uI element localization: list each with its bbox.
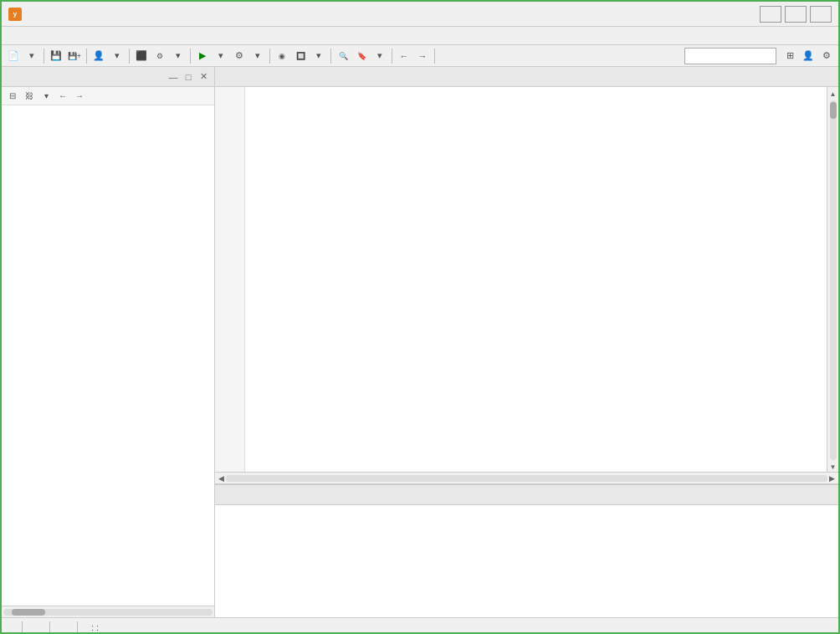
toolbar-group2[interactable]: ⚙ <box>151 48 168 64</box>
bookmark-button[interactable]: 🔖 <box>353 48 370 64</box>
maximize-button[interactable] <box>785 6 807 23</box>
vscroll-down-button[interactable]: ▼ <box>828 462 838 472</box>
minimize-button[interactable] <box>760 6 781 23</box>
toolbar-sep-3 <box>129 49 130 64</box>
profile-button[interactable]: 👤 <box>90 48 107 64</box>
editor-hscroll[interactable]: ◀ ▶ <box>215 472 838 483</box>
package-explorer: — □ ✕ ⊟ ⛓ ▾ ← → <box>2 67 215 617</box>
run-dropdown[interactable]: ▾ <box>213 48 229 64</box>
quick-access-input[interactable] <box>684 48 776 64</box>
status-sep-3 <box>77 621 78 633</box>
new-button[interactable]: 📄 <box>5 48 22 64</box>
toolbar-sep-7 <box>392 49 392 64</box>
toolbar-view3[interactable]: ⚙ <box>818 48 835 64</box>
toolbar-view1[interactable]: ⊞ <box>781 48 798 64</box>
toolbar-sep-8 <box>434 49 435 64</box>
pe-link-button[interactable]: ⛓ <box>22 89 37 104</box>
editor-area: ▲ ▼ ◀ ▶ <box>215 67 838 617</box>
pe-dropdown-button[interactable]: ▾ <box>38 89 54 104</box>
code-content[interactable] <box>245 87 827 472</box>
pe-minimize-button[interactable]: — <box>167 71 179 83</box>
run-button[interactable]: ▶ <box>194 48 211 64</box>
run-config-button[interactable]: ⚙ <box>231 48 248 64</box>
toolbar-sep-2 <box>86 49 87 64</box>
toolbar-sep-4 <box>190 49 191 64</box>
profile-dropdown[interactable]: ▾ <box>109 48 125 64</box>
toolbar-dropdown1[interactable]: ▾ <box>23 48 40 64</box>
editor-tabs <box>215 67 838 87</box>
prev-button[interactable]: ← <box>396 48 412 64</box>
window-controls <box>760 6 832 23</box>
pe-close-button[interactable]: ✕ <box>197 71 209 83</box>
editor-hscroll-track <box>226 475 827 482</box>
toolbar-btn-extra1[interactable]: ◉ <box>274 48 290 64</box>
toolbar-sep-5 <box>269 49 270 64</box>
package-explorer-tree <box>2 105 214 606</box>
menu-bar <box>2 27 838 45</box>
toolbar-dropdown2[interactable]: ▾ <box>170 48 187 64</box>
status-bar: : : <box>2 617 838 634</box>
toolbar-btn-extra2[interactable]: 🔲 <box>292 48 309 64</box>
toolbar-btn-extra3[interactable]: ▾ <box>310 48 327 64</box>
status-dots: : : <box>91 622 99 632</box>
vscroll-track <box>830 100 837 460</box>
pe-back-button[interactable]: ← <box>55 89 70 104</box>
package-explorer-header: — □ ✕ <box>2 67 214 87</box>
line-gutter <box>215 87 245 472</box>
status-sep-2 <box>49 621 50 633</box>
app-icon: y <box>8 8 22 21</box>
editor-hscroll-left[interactable]: ◀ <box>217 474 226 483</box>
editor-vscroll[interactable]: ▲ ▼ <box>827 87 838 472</box>
console-content <box>215 505 838 617</box>
vscroll-thumb[interactable] <box>830 102 837 119</box>
console-area <box>215 483 838 617</box>
search-button[interactable]: 🔍 <box>335 48 351 64</box>
save-button[interactable]: 💾 <box>48 48 64 64</box>
pe-maximize-button[interactable]: □ <box>182 71 194 83</box>
hscroll-thumb[interactable] <box>12 609 45 616</box>
pe-forward-button[interactable]: → <box>72 89 87 104</box>
toolbar-sep-6 <box>330 49 331 64</box>
vscroll-up-button[interactable]: ▲ <box>828 89 838 99</box>
code-editor[interactable]: ▲ ▼ <box>215 87 838 472</box>
bookmark-dropdown[interactable]: ▾ <box>371 48 388 64</box>
package-explorer-hscrollbar[interactable] <box>2 606 214 617</box>
toolbar-view2[interactable]: 👤 <box>800 48 817 64</box>
status-sep-1 <box>22 621 23 633</box>
package-explorer-toolbar: ⊟ ⛓ ▾ ← → <box>2 87 214 105</box>
toolbar-sep-1 <box>44 49 44 64</box>
next-button[interactable]: → <box>414 48 431 64</box>
run-config-dropdown[interactable]: ▾ <box>249 48 266 64</box>
close-button[interactable] <box>810 6 832 23</box>
editor-hscroll-right[interactable]: ▶ <box>827 474 837 483</box>
title-bar: y <box>2 2 838 27</box>
console-tabs <box>215 485 838 505</box>
hscroll-track <box>3 609 213 616</box>
main-area: — □ ✕ ⊟ ⛓ ▾ ← → ▲ <box>2 67 838 617</box>
toolbar: 📄 ▾ 💾 💾+ 👤 ▾ ⬛ ⚙ ▾ ▶ ▾ ⚙ ▾ ◉ 🔲 ▾ 🔍 🔖 ▾ ←… <box>2 45 838 67</box>
pe-collapse-button[interactable]: ⊟ <box>5 89 20 104</box>
save-all-button[interactable]: 💾+ <box>66 48 83 64</box>
debug-button[interactable]: ⬛ <box>133 48 150 64</box>
